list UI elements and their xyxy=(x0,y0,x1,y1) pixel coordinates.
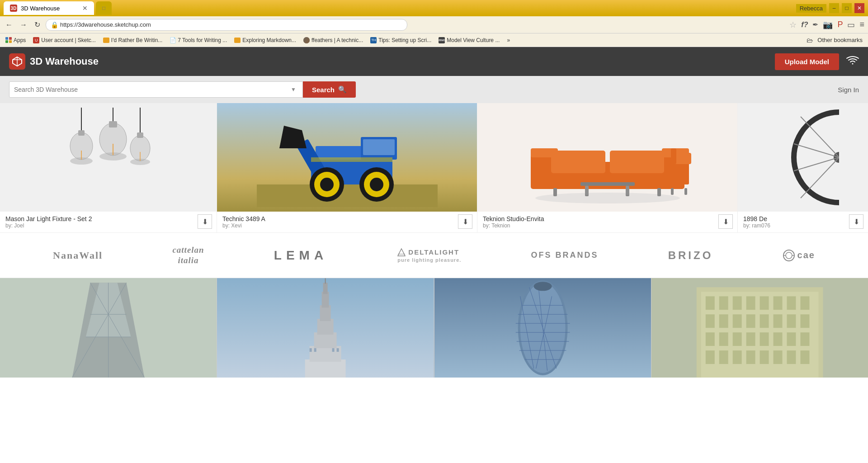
bookmark-tips-icon: TH xyxy=(370,37,377,43)
download-button-sofa[interactable]: ⬇ xyxy=(718,214,733,229)
download-button-technic[interactable]: ⬇ xyxy=(458,214,472,229)
svg-rect-5 xyxy=(78,130,85,136)
svg-rect-109 xyxy=(773,296,782,310)
sign-in-link[interactable]: Sign In xyxy=(838,86,859,94)
svg-rect-114 xyxy=(732,314,741,328)
bookmark-mvc[interactable]: mvc Model View Culture ... xyxy=(436,36,502,44)
search-dropdown-button[interactable]: ▼ xyxy=(289,86,298,93)
bookmarks-bar: Apps U User account | Sketc... I'd Rathe… xyxy=(0,33,868,47)
svg-rect-106 xyxy=(732,296,741,310)
url-text: https://3dwarehouse.sketchup.com xyxy=(60,21,151,28)
svg-rect-123 xyxy=(746,332,755,346)
bookmark-tools-writing[interactable]: 📄 7 Tools for Writing ... xyxy=(167,36,230,44)
brand-nanawall[interactable]: NanaWall xyxy=(53,250,103,261)
pinterest-icon[interactable]: P xyxy=(837,20,843,29)
download-button-mason-jar[interactable]: ⬇ xyxy=(198,214,212,229)
bookmark-ffeathers[interactable]: ffeathers | A technic... xyxy=(301,36,366,44)
model-image-partial xyxy=(738,103,868,212)
svg-rect-105 xyxy=(719,296,728,310)
svg-rect-47 xyxy=(671,188,674,195)
svg-rect-82 xyxy=(310,348,312,352)
menu-icon[interactable]: ≡ xyxy=(859,20,864,29)
tab-close-button[interactable]: ✕ xyxy=(82,5,88,12)
brand-lema[interactable]: LEMA xyxy=(274,248,328,263)
font-icon[interactable]: f? xyxy=(801,21,808,29)
bookmark-tips[interactable]: TH Tips: Setting up Scri... xyxy=(368,36,434,44)
bookmark-user-account[interactable]: U User account | Sketc... xyxy=(30,36,99,44)
svg-rect-49 xyxy=(580,182,635,186)
logo-text: 3D Warehouse xyxy=(30,56,99,67)
svg-rect-122 xyxy=(732,332,741,346)
brand-cae[interactable]: cae xyxy=(783,250,815,261)
model-card-partial[interactable]: 1898 De by: ram076 ⬇ xyxy=(738,103,868,232)
cast-icon[interactable]: ▭ xyxy=(847,20,855,30)
building-card-4[interactable] xyxy=(651,278,868,378)
tab-favicon: 3D xyxy=(10,5,17,12)
logo-icon xyxy=(9,53,25,70)
active-tab[interactable]: 3D 3D Warehouse ✕ xyxy=(4,1,94,15)
camera-icon[interactable]: 📷 xyxy=(823,20,833,30)
brand-brizo[interactable]: BRIZO xyxy=(668,249,713,262)
bookmark-markdown[interactable]: Exploring Markdown... xyxy=(231,36,299,44)
svg-rect-48 xyxy=(684,188,687,195)
star-icon[interactable]: ☆ xyxy=(789,20,797,30)
svg-rect-120 xyxy=(706,332,715,346)
building-card-1[interactable] xyxy=(0,278,217,378)
svg-rect-38 xyxy=(551,151,605,173)
svg-rect-115 xyxy=(746,314,755,328)
bookmark-more[interactable]: » xyxy=(504,36,513,44)
model-title-sofa: Teknion Studio-Envita xyxy=(483,215,732,222)
bookmark-apps-label: Apps xyxy=(14,37,26,43)
svg-rect-131 xyxy=(746,350,755,364)
svg-rect-76 xyxy=(314,332,337,348)
dropper-icon[interactable]: ✒ xyxy=(812,20,818,29)
search-input[interactable] xyxy=(14,86,289,93)
other-bookmarks-link[interactable]: Other bookmarks xyxy=(815,36,865,44)
back-button[interactable]: ← xyxy=(4,19,14,31)
browser-titlebar: 3D 3D Warehouse ✕ □ Rebecca – □ ✕ xyxy=(0,0,868,16)
svg-point-30 xyxy=(370,178,383,191)
site-logo[interactable]: 3D Warehouse xyxy=(9,53,99,70)
search-input-wrap[interactable]: ▼ xyxy=(9,81,303,98)
model-image-mason-jar xyxy=(0,103,217,212)
search-button[interactable]: Search 🔍 xyxy=(303,81,356,98)
minimize-button[interactable]: – xyxy=(829,3,839,13)
bookmark-mvc-label: Model View Culture ... xyxy=(447,37,500,43)
bookmark-user-label: User account | Sketc... xyxy=(41,37,96,43)
maximize-button[interactable]: □ xyxy=(842,3,852,13)
bookmark-rather-be-writing[interactable]: I'd Rather Be Writin... xyxy=(100,36,165,44)
svg-rect-113 xyxy=(719,314,728,328)
model-card-sofa[interactable]: Teknion Studio-Envita by: Teknion ⬇ xyxy=(477,103,738,232)
address-input[interactable]: 🔒 https://3dwarehouse.sketchup.com xyxy=(46,19,407,31)
bookmark-markdown-icon xyxy=(234,38,241,43)
brand-deltalight[interactable]: DELTALIGHT pure lighting pleasure. xyxy=(397,248,461,263)
address-bar: ← → ↻ 🔒 https://3dwarehouse.sketchup.com… xyxy=(0,16,868,33)
building-card-2[interactable] xyxy=(217,278,434,378)
svg-rect-127 xyxy=(800,332,809,346)
building-card-3[interactable] xyxy=(434,278,651,378)
svg-rect-128 xyxy=(706,350,715,364)
building-grid xyxy=(0,278,868,378)
svg-rect-107 xyxy=(746,296,755,310)
brand-cattelan[interactable]: cattelanitalia xyxy=(172,245,204,266)
model-card-technic[interactable]: Technic 3489 A by: Xevi ⬇ xyxy=(217,103,477,232)
svg-rect-18 xyxy=(257,184,438,207)
upload-model-button[interactable]: Upload Model xyxy=(775,53,839,70)
svg-rect-132 xyxy=(760,350,769,364)
bookmark-apps[interactable]: Apps xyxy=(3,36,28,44)
browser-toolbar-icons: ☆ f? ✒ 📷 P ▭ ≡ xyxy=(789,20,864,30)
brand-ofs[interactable]: OFS BRANDS xyxy=(531,250,598,260)
svg-marker-58 xyxy=(398,249,405,256)
bookmark-mvc-icon: mvc xyxy=(439,37,445,43)
model-card-mason-jar[interactable]: Mason Jar Light Fixture - Set 2 by: Joel… xyxy=(0,103,217,232)
download-button-partial[interactable]: ⬇ xyxy=(849,214,863,229)
close-button[interactable]: ✕ xyxy=(854,3,864,13)
reload-button[interactable]: ↻ xyxy=(33,19,42,31)
forward-button[interactable]: → xyxy=(18,19,29,31)
svg-rect-77 xyxy=(317,319,334,335)
model-author-mason-jar: by: Joel xyxy=(5,222,211,229)
svg-rect-50 xyxy=(585,186,589,195)
bookmark-tools-label: 7 Tools for Writing ... xyxy=(178,37,227,43)
svg-rect-130 xyxy=(732,350,741,364)
inactive-tab[interactable]: □ xyxy=(96,1,112,15)
